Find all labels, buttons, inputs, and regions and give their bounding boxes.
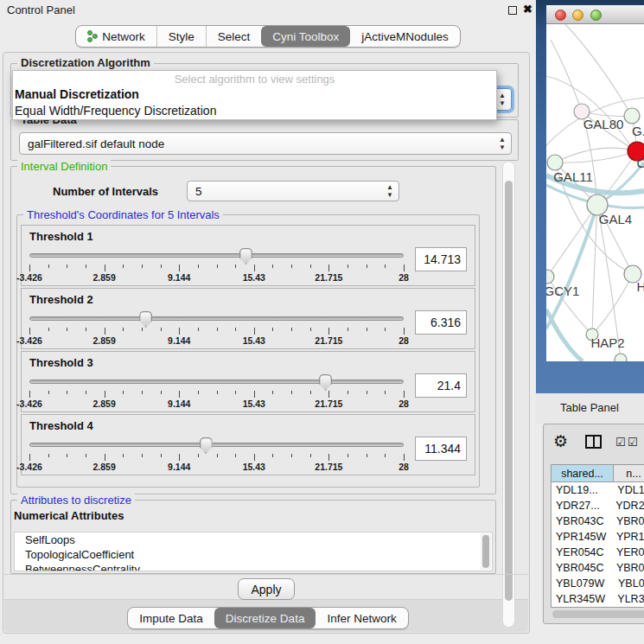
table-row[interactable]: YER054CYER0... bbox=[552, 545, 644, 560]
combo-stepper-icon: ▲▼ bbox=[386, 183, 393, 199]
slider-thumb[interactable] bbox=[139, 311, 152, 328]
threshold-slider[interactable]: -3.4262.8599.14415.4321.71528 bbox=[29, 245, 404, 284]
tick-mark bbox=[67, 391, 67, 394]
table-row[interactable]: YDL19...YDL1... bbox=[552, 482, 644, 498]
cell-name[interactable]: YBR0... bbox=[611, 560, 644, 576]
threshold-slider[interactable]: -3.4262.8599.14415.4321.71528 bbox=[29, 435, 404, 473]
table-row[interactable]: YPR145WYPR1... bbox=[552, 529, 644, 545]
scrollbar-thumb[interactable] bbox=[505, 181, 513, 601]
cell-shared-name[interactable]: YLR345W bbox=[552, 591, 612, 607]
split-table-icon[interactable] bbox=[585, 435, 602, 449]
threshold-value-field[interactable]: 21.4 bbox=[415, 373, 467, 398]
network-icon bbox=[87, 30, 98, 42]
interval-definition-box: Interval Definition Number of Intervals … bbox=[10, 166, 496, 494]
slider-thumb[interactable] bbox=[239, 248, 252, 265]
cell-name[interactable]: YER0... bbox=[611, 545, 644, 560]
threshold-slider[interactable]: -3.4262.8599.14415.4321.71528 bbox=[29, 372, 404, 410]
checkbox-icon[interactable]: ☑ bbox=[628, 436, 638, 449]
table-hscrollbar[interactable] bbox=[551, 609, 644, 619]
table-row[interactable]: YLR345WYLR3... bbox=[552, 591, 644, 607]
slider-track[interactable] bbox=[29, 253, 404, 258]
node-attribute-table[interactable]: shared... n... YDL19...YDL1...YDR27...YD… bbox=[551, 464, 644, 608]
tab-select[interactable]: Select bbox=[206, 26, 262, 47]
network-view-canvas[interactable]: GAL80G.CGAL11GAL4GCY1HHAP2 bbox=[546, 24, 644, 361]
slider-thumb[interactable] bbox=[319, 374, 332, 391]
tab-label: jActiveMNodules bbox=[361, 30, 449, 43]
node-label: GCY1 bbox=[546, 284, 579, 298]
slider-track[interactable] bbox=[29, 443, 404, 447]
cell-shared-name[interactable]: YPR145W bbox=[552, 529, 611, 545]
tick-mark bbox=[105, 328, 105, 335]
tick-label: 2.859 bbox=[92, 462, 115, 472]
cell-shared-name[interactable]: YER054C bbox=[552, 545, 611, 560]
cell-name[interactable]: YBR0... bbox=[611, 513, 644, 529]
column-header-shared[interactable]: shared... bbox=[552, 465, 614, 481]
cell-shared-name[interactable]: YIL052C bbox=[552, 607, 614, 608]
number-of-intervals-combobox[interactable]: 5 ▲▼ bbox=[187, 181, 399, 201]
tab-impute-data[interactable]: Impute Data bbox=[128, 608, 214, 628]
cell-name[interactable]: YBL0... bbox=[613, 576, 644, 591]
node-label: HAP2 bbox=[590, 335, 624, 350]
tab-jactivemnodules[interactable]: jActiveMNodules bbox=[350, 26, 460, 47]
apply-button[interactable]: Apply bbox=[238, 578, 295, 600]
algorithm-option[interactable]: Equal Width/Frequency Discretization bbox=[13, 103, 496, 119]
cell-name[interactable]: YDR2... bbox=[610, 498, 644, 513]
threshold-value-field[interactable]: 14.713 bbox=[415, 247, 467, 271]
attribute-list-item[interactable]: TopologicalCoefficient bbox=[15, 547, 492, 562]
table-row[interactable]: YBR043CYBR0... bbox=[552, 513, 644, 529]
attribute-list-item[interactable]: SelfLoops bbox=[15, 532, 492, 547]
close-icon[interactable]: ✖ bbox=[523, 3, 532, 16]
tick-mark bbox=[291, 391, 292, 394]
slider-track[interactable] bbox=[29, 379, 404, 384]
scrollbar-thumb[interactable] bbox=[552, 610, 644, 618]
attribute-list-item[interactable]: BetweennessCentrality bbox=[15, 562, 492, 571]
settings-gear-icon[interactable]: ⚙ bbox=[553, 431, 568, 451]
tick-mark bbox=[48, 391, 49, 394]
table-row[interactable]: YBR045CYBR0... bbox=[552, 560, 644, 576]
network-node[interactable] bbox=[546, 270, 554, 284]
tab-style[interactable]: Style bbox=[156, 26, 206, 47]
checkbox-icon[interactable]: ☑ bbox=[615, 436, 626, 449]
slider-track[interactable] bbox=[29, 316, 404, 321]
column-header-name[interactable]: n... bbox=[614, 465, 644, 481]
threshold-slider[interactable]: -3.4262.8599.14415.4321.71528 bbox=[29, 309, 404, 347]
close-traffic-light-icon[interactable] bbox=[555, 10, 566, 21]
tick-label: 21.715 bbox=[315, 399, 342, 409]
content-scrollbar[interactable] bbox=[502, 161, 515, 628]
cell-name[interactable]: YIL0... bbox=[614, 607, 644, 608]
minimize-traffic-light-icon[interactable] bbox=[572, 10, 583, 21]
tick-mark bbox=[328, 328, 329, 335]
float-window-icon[interactable] bbox=[508, 6, 517, 15]
scrollbar-thumb[interactable] bbox=[482, 535, 489, 568]
threshold-value-field[interactable]: 11.344 bbox=[415, 437, 467, 461]
slider-thumb[interactable] bbox=[200, 437, 213, 454]
cell-shared-name[interactable]: YDL19... bbox=[552, 482, 612, 498]
network-node[interactable] bbox=[547, 155, 563, 170]
tick-mark bbox=[254, 328, 255, 335]
cell-name[interactable]: YLR3... bbox=[612, 591, 644, 607]
cell-shared-name[interactable]: YBR043C bbox=[552, 513, 611, 529]
tab-infer-network[interactable]: Infer Network bbox=[316, 608, 407, 628]
tab-discretize-data[interactable]: Discretize Data bbox=[214, 608, 316, 628]
tick-mark bbox=[385, 454, 386, 457]
attributes-scrollbar[interactable] bbox=[481, 533, 491, 570]
network-node[interactable] bbox=[615, 354, 627, 361]
cell-shared-name[interactable]: YBR045C bbox=[552, 560, 611, 576]
tick-mark bbox=[67, 454, 67, 457]
tick-mark bbox=[142, 265, 143, 268]
tab-cyni-toolbox[interactable]: Cyni Toolbox bbox=[261, 26, 350, 47]
discretization-algorithm-title: Discretization Algorithm bbox=[17, 56, 154, 69]
cell-shared-name[interactable]: YDR27... bbox=[552, 498, 610, 513]
threshold-value-field[interactable]: 6.316 bbox=[415, 310, 467, 335]
table-row[interactable]: YDR27...YDR2... bbox=[552, 498, 644, 513]
table-row[interactable]: YBL079WYBL0... bbox=[552, 576, 644, 591]
tab-network[interactable]: Network bbox=[76, 26, 156, 47]
table-data-combobox[interactable]: galFiltered.sif default node ▲▼ bbox=[19, 132, 512, 155]
cell-shared-name[interactable]: YBL079W bbox=[552, 576, 613, 591]
algorithm-option[interactable]: Manual Discretization bbox=[13, 86, 496, 103]
network-node[interactable] bbox=[624, 108, 640, 124]
cell-name[interactable]: YPR1... bbox=[611, 529, 644, 545]
zoom-traffic-light-icon[interactable] bbox=[590, 10, 602, 21]
table-row[interactable]: YIL052CYIL0... bbox=[552, 607, 644, 608]
cell-name[interactable]: YDL1... bbox=[612, 482, 644, 498]
